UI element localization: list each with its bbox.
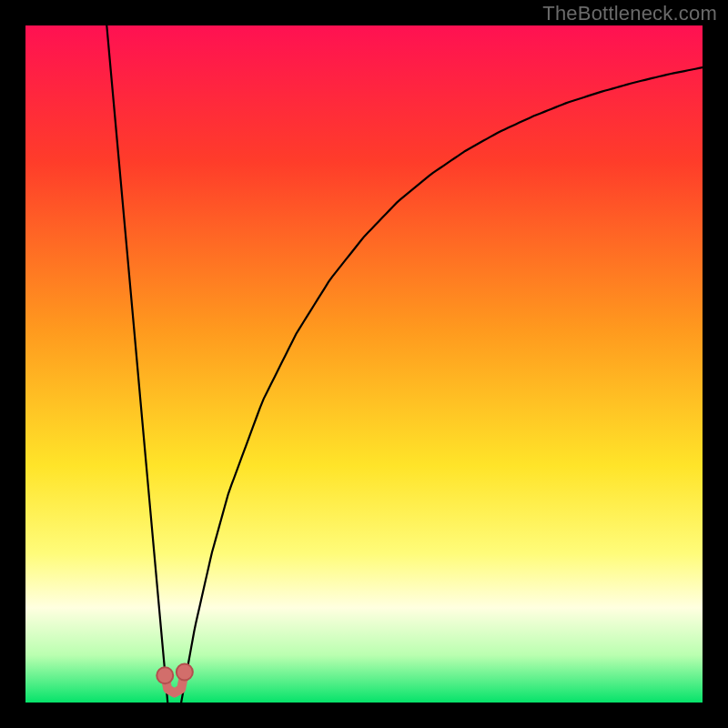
chart-frame: TheBottleneck.com (0, 0, 728, 728)
trough-marker-left (157, 667, 173, 683)
plot-svg (25, 25, 703, 703)
trough-marker-right (177, 664, 193, 681)
watermark-text: TheBottleneck.com (542, 2, 717, 25)
plot-area (25, 25, 703, 703)
gradient-background (25, 25, 703, 703)
